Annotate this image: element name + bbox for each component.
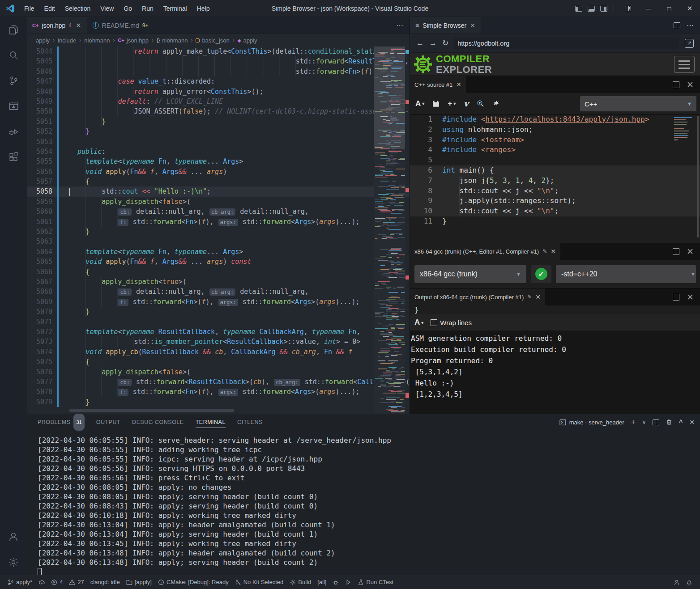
rename-icon[interactable]: ✎ (527, 294, 532, 300)
tab-README.md[interactable]: iREADME.md9+ (87, 17, 154, 34)
close-tab-icon[interactable]: ✕ (470, 22, 475, 29)
minimap[interactable] (374, 47, 405, 414)
breadcrumb-item-json.hpp[interactable]: C+json.hpp (118, 37, 149, 44)
activity-explorer[interactable] (0, 17, 27, 42)
toggle-sidebar-icon[interactable] (575, 6, 582, 12)
split-terminal-icon[interactable] (653, 420, 659, 425)
font-size-button[interactable]: A▾ (414, 318, 423, 327)
status-run-ctest[interactable]: Run CTest (354, 575, 397, 589)
cursor-jump-icon[interactable] (492, 100, 499, 107)
new-terminal-icon[interactable]: + (631, 418, 636, 427)
customize-layout-icon[interactable] (618, 0, 638, 17)
toggle-secondary-sidebar-icon[interactable] (600, 6, 607, 12)
menu-selection[interactable]: Selection (60, 5, 96, 12)
activity-account[interactable] (0, 524, 27, 549)
split-editor-icon[interactable] (674, 22, 680, 28)
panel-tab-gitlens[interactable]: GITLENS (237, 414, 263, 430)
activity-cmake[interactable] (0, 93, 27, 119)
activity-extensions[interactable] (0, 144, 27, 170)
more-actions-icon[interactable]: ⋯ (687, 21, 694, 30)
maximize-pane-icon[interactable] (673, 81, 679, 88)
status-bug[interactable] (329, 575, 342, 589)
language-select[interactable]: C++ ▼ (580, 96, 696, 111)
terminal-instance[interactable]: make - serve_header (559, 419, 624, 426)
panel-tab-debug-console[interactable]: DEBUG CONSOLE (132, 414, 184, 430)
panel-tab-terminal[interactable]: TERMINAL (196, 414, 226, 430)
maximize-pane-icon[interactable] (673, 248, 679, 255)
close-pane-icon[interactable]: ✕ (687, 80, 694, 90)
ce-output-tab[interactable]: Output of x86-64 gcc (trunk) (Compiler #… (410, 288, 545, 305)
status-cmake-debug-ready[interactable]: CMake: [Debug]: Ready (155, 575, 232, 589)
status--apply-[interactable]: [apply] (123, 575, 155, 589)
reload-icon[interactable]: ↻ (442, 38, 448, 48)
font-size-button[interactable]: A▾ (415, 99, 424, 108)
open-external-icon[interactable]: ↗ (685, 39, 694, 48)
back-icon[interactable]: ← (416, 39, 424, 48)
status--all-[interactable]: [all] (314, 575, 329, 589)
tab-simple-browser[interactable]: ≡ Simple Browser ✕ (410, 17, 481, 34)
ce-compiler-tab[interactable]: x86-64 gcc (trunk) (C++, Editor #1, Comp… (410, 243, 560, 260)
status-4[interactable]: 4 (48, 575, 66, 589)
close-pane-icon[interactable]: ✕ (551, 248, 556, 255)
menu-file[interactable]: File (19, 5, 39, 12)
compiler-select[interactable]: x86-64 gcc (trunk) ▼ (414, 265, 526, 283)
status-apply-[interactable]: apply* (4, 575, 35, 589)
save-icon[interactable] (432, 100, 440, 107)
close-panel-icon[interactable]: ✕ (689, 419, 695, 426)
wrap-lines-toggle[interactable]: Wrap lines (431, 319, 472, 326)
activity-search[interactable] (0, 42, 27, 68)
ce-source-editor[interactable]: 1#include <https://localhost:8443/apply/… (410, 114, 700, 243)
close-pane-icon[interactable]: ✕ (535, 293, 541, 301)
compiler-options-input[interactable] (556, 265, 696, 283)
breadcrumb-item-nlohmann[interactable]: nlohmann (84, 37, 110, 44)
menu-terminal[interactable]: Terminal (158, 5, 192, 12)
activity-run-debug[interactable] (0, 119, 27, 144)
breadcrumb-item-nlohmann[interactable]: {}nlohmann (157, 37, 188, 44)
status-build[interactable]: Build (286, 575, 314, 589)
ce-source-tab[interactable]: C++ source #1 ✕ (410, 76, 466, 93)
close-tab-icon[interactable]: ✕ (76, 21, 81, 30)
tab-json.hpp[interactable]: C+json.hpp4✕ (27, 17, 87, 34)
breadcrumb-item-apply[interactable]: apply (36, 37, 50, 44)
menu-go[interactable]: Go (119, 5, 137, 12)
breadcrumb-item-apply[interactable]: ◆apply (238, 37, 257, 44)
terminal-dropdown-icon[interactable]: ∨ (642, 420, 646, 425)
menu-view[interactable]: View (95, 5, 119, 12)
add-pane-button[interactable]: +▾ (448, 99, 456, 108)
status-bell[interactable] (683, 575, 696, 589)
hamburger-menu-icon[interactable] (674, 56, 695, 73)
status-clangd-idle[interactable]: clangd: idle (87, 575, 123, 589)
toggle-panel-icon[interactable] (588, 6, 595, 12)
menu-run[interactable]: Run (137, 5, 158, 12)
url-input[interactable] (454, 38, 679, 49)
vim-mode-icon[interactable]: v (464, 99, 468, 108)
status-cloud-upload[interactable] (35, 575, 48, 589)
compile-status-button[interactable]: ✓ (531, 265, 551, 283)
terminal-output[interactable]: [2022-04-30 06:05:55] INFO: serve_header… (27, 430, 700, 578)
rename-icon[interactable]: ✎ (542, 248, 547, 254)
chevron-down-icon[interactable]: ▼ (691, 271, 696, 277)
more-actions-icon[interactable]: ⋯ (390, 21, 410, 30)
code-editor[interactable]: 5044 return apply_make_tuple<ConstThis>(… (27, 47, 410, 414)
ce-scrollbar[interactable] (697, 116, 699, 237)
close-pane-icon[interactable]: ✕ (687, 246, 694, 257)
status-feedback[interactable] (670, 575, 683, 589)
close-pane-icon[interactable]: ✕ (687, 292, 694, 302)
status-no-kit-selected[interactable]: No Kit Selected (232, 575, 287, 589)
minimize-button[interactable]: ─ (638, 0, 659, 17)
maximize-panel-icon[interactable]: ^ (679, 419, 683, 426)
activity-source-control[interactable] (0, 68, 27, 93)
breadcrumb-item-include[interactable]: include (58, 37, 76, 44)
close-window-button[interactable]: ✕ (679, 0, 700, 17)
breadcrumb-item-basic_json[interactable]: basic_json (196, 37, 229, 44)
kill-terminal-icon[interactable] (666, 419, 672, 425)
horizontal-scrollbar[interactable] (69, 409, 234, 412)
menu-help[interactable]: Help (192, 5, 215, 12)
zoom-search-icon[interactable] (477, 100, 484, 107)
status-27[interactable]: 27 (66, 575, 87, 589)
maximize-pane-icon[interactable] (673, 294, 679, 301)
activity-settings[interactable] (0, 549, 27, 575)
status-play[interactable] (342, 575, 354, 589)
menu-edit[interactable]: Edit (39, 5, 60, 12)
forward-icon[interactable]: → (429, 39, 437, 48)
